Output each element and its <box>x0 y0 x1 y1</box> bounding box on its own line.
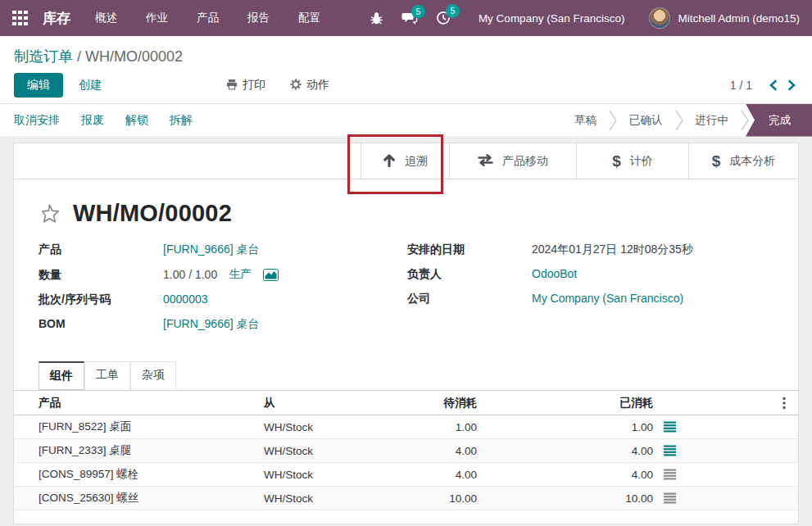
field-group-right: 安排的日期 2024年01月27日 12时08分35秒 负责人 OdooBot … <box>407 243 773 342</box>
unlock-button[interactable]: 解锁 <box>125 113 148 128</box>
scrap-button[interactable]: 报废 <box>81 113 104 128</box>
cell-from: WH/Stock <box>264 445 395 457</box>
state-draft[interactable]: 草稿 <box>562 113 609 128</box>
cost-analysis-label: 成本分析 <box>729 154 775 169</box>
move-lines-list-icon[interactable] <box>664 492 677 504</box>
control-panel: 制造订单 / WH/MO/00002 编辑 创建 打印 动作 1 / 1 取消安… <box>0 36 812 136</box>
move-lines-list-icon[interactable] <box>664 421 677 433</box>
menu-products[interactable]: 产品 <box>197 11 219 25</box>
optional-columns-dots-icon[interactable] <box>783 397 786 410</box>
pager-count: 1 / 1 <box>730 79 752 92</box>
menu-operations[interactable]: 作业 <box>146 11 168 25</box>
table-row[interactable]: [CONS_89957] 螺栓 WH/Stock 4.00 4.00 <box>14 463 798 487</box>
state-confirmed[interactable]: 已确认 <box>617 113 675 128</box>
cell-consumed: 1.00 <box>477 421 653 433</box>
messages-count-badge: 5 <box>411 5 425 19</box>
responsible-link[interactable]: OdooBot <box>532 267 577 280</box>
user-name: Mitchell Admin (demo15) <box>678 12 800 25</box>
print-menu[interactable]: 打印 <box>226 78 265 93</box>
field-label: 产品 <box>39 243 163 257</box>
activities-clock-icon[interactable]: 5 <box>436 11 451 25</box>
valuation-label: 计价 <box>630 154 653 169</box>
product-link[interactable]: [FURN_9666] 桌台 <box>163 243 259 257</box>
edit-button[interactable]: 编辑 <box>14 73 63 97</box>
title-row: WH/MO/00002 <box>14 179 798 238</box>
field-scheduled-date: 安排的日期 2024年01月27日 12时08分35秒 <box>407 243 773 257</box>
menu-overview[interactable]: 概述 <box>95 11 117 25</box>
breadcrumb-parent[interactable]: 制造订单 <box>14 48 73 65</box>
cell-product: [CONS_89957] 螺栓 <box>14 467 264 482</box>
components-table: 产品 从 待消耗 已消耗 [FURN_8522] 桌面 WH/Stock 1.0… <box>14 390 798 510</box>
table-row[interactable]: [CONS_25630] 螺丝 WH/Stock 10.00 10.00 <box>14 487 798 510</box>
field-groups: 产品 [FURN_9666] 桌台 数量 1.00 / 1.00 生产 批次/序… <box>14 238 798 342</box>
cell-consumed: 4.00 <box>477 469 653 481</box>
lot-serial-link[interactable]: 0000003 <box>163 292 208 306</box>
navbar-right: 5 5 My Company (San Francisco) Mitchell … <box>352 7 800 29</box>
traceability-button[interactable]: 追溯 <box>361 143 449 179</box>
company-link[interactable]: My Company (San Francisco) <box>532 292 683 305</box>
tab-miscellaneous[interactable]: 杂项 <box>130 361 176 390</box>
state-done-active[interactable]: 完成 <box>746 104 812 137</box>
odoo-manufacturing-order-page: { "colors": { "accent": "#017e84", "navb… <box>0 0 812 526</box>
field-responsible: 负责人 OdooBot <box>407 267 773 282</box>
field-label: 负责人 <box>407 267 532 282</box>
field-company: 公司 My Company (San Francisco) <box>407 292 773 306</box>
pager-previous-button[interactable] <box>767 78 779 93</box>
cell-product: [FURN_2333] 桌腿 <box>14 443 264 458</box>
statusbar-action-buttons: 取消安排 报废 解锁 拆解 <box>14 113 193 128</box>
header-to-consume: 待消耗 <box>395 396 477 410</box>
dollar-icon: $ <box>612 152 621 170</box>
cell-to-consume: 4.00 <box>395 469 477 481</box>
field-label: 数量 <box>39 268 163 283</box>
menu-configuration[interactable]: 配置 <box>298 11 320 25</box>
content-area: 追溯 产品移动 $ 计价 $ 成本分析 WH/MO/00002 <box>0 136 812 524</box>
product-moves-button[interactable]: 产品移动 <box>449 143 576 179</box>
cost-analysis-button[interactable]: $ 成本分析 <box>688 143 798 179</box>
move-lines-list-icon[interactable] <box>664 469 677 480</box>
apps-menu-icon[interactable] <box>12 11 28 26</box>
dollar-icon: $ <box>712 152 721 170</box>
user-avatar <box>649 7 670 29</box>
messages-icon[interactable]: 5 <box>401 11 418 25</box>
create-button[interactable]: 创建 <box>79 78 102 93</box>
unplan-button[interactable]: 取消安排 <box>14 113 60 128</box>
unbuild-button[interactable]: 拆解 <box>170 113 193 128</box>
table-row[interactable]: [FURN_8522] 桌面 WH/Stock 1.00 1.00 <box>14 415 798 439</box>
favorite-star-icon[interactable] <box>39 203 61 224</box>
tab-components[interactable]: 组件 <box>39 361 84 390</box>
cell-product: [FURN_8522] 桌面 <box>14 419 264 434</box>
tab-work-orders[interactable]: 工单 <box>84 361 130 390</box>
debug-bug-icon[interactable] <box>370 11 383 25</box>
control-panel-buttons: 编辑 创建 打印 动作 1 / 1 <box>0 67 812 103</box>
state-in-progress[interactable]: 进行中 <box>683 113 742 128</box>
table-row[interactable]: [FURN_2333] 桌腿 WH/Stock 4.00 4.00 <box>14 439 798 463</box>
cell-from: WH/Stock <box>264 421 395 433</box>
user-menu[interactable]: Mitchell Admin (demo15) <box>649 7 800 29</box>
breadcrumb-current: WH/MO/00002 <box>85 48 183 65</box>
product-moves-label: 产品移动 <box>502 154 548 169</box>
cell-consumed: 10.00 <box>477 492 653 505</box>
forecast-chart-icon[interactable] <box>263 269 279 281</box>
bom-link[interactable]: [FURN_9666] 桌台 <box>163 317 259 332</box>
field-label: 安排的日期 <box>407 243 532 257</box>
cell-from: WH/Stock <box>264 469 395 481</box>
gear-icon <box>290 79 302 93</box>
valuation-button[interactable]: $ 计价 <box>576 143 688 179</box>
pager: 1 / 1 <box>730 78 798 93</box>
menu-reporting[interactable]: 报告 <box>247 11 270 25</box>
record-action-menus: 打印 动作 <box>226 78 329 93</box>
action-menu[interactable]: 动作 <box>290 78 329 93</box>
smart-button-box: 追溯 产品移动 $ 计价 $ 成本分析 <box>14 143 798 179</box>
produce-link[interactable]: 生产 <box>229 267 252 282</box>
pager-next-button[interactable] <box>786 78 798 93</box>
arrow-up-icon <box>383 153 396 170</box>
chevron-separator-icon <box>675 110 683 131</box>
header-from: 从 <box>264 396 395 410</box>
company-switcher[interactable]: My Company (San Francisco) <box>479 12 625 25</box>
app-name[interactable]: 库存 <box>43 9 70 28</box>
quantity-value: 1.00 / 1.00 <box>163 268 217 281</box>
cell-consumed: 4.00 <box>477 445 653 457</box>
header-product: 产品 <box>14 396 264 410</box>
move-lines-list-icon[interactable] <box>664 445 677 456</box>
form-sheet: 追溯 产品移动 $ 计价 $ 成本分析 WH/MO/00002 <box>13 143 799 524</box>
